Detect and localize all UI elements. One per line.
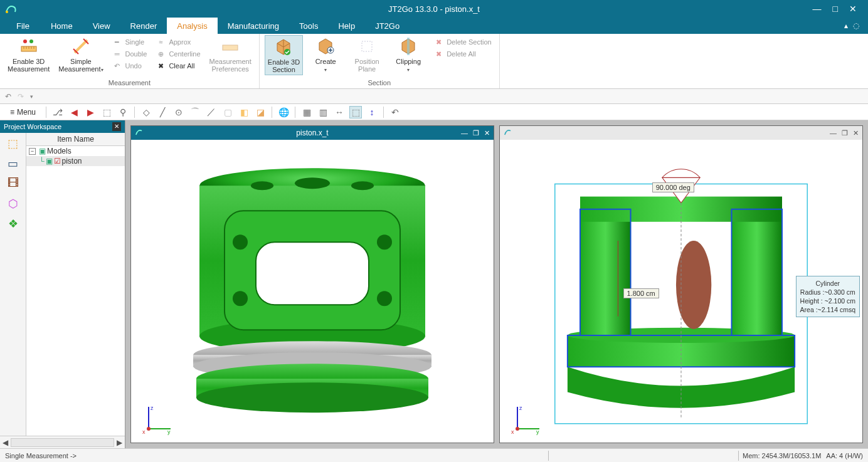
menu-home[interactable]: Home xyxy=(41,18,83,34)
svg-line-9 xyxy=(75,40,87,53)
delete-all-icon: ✖ xyxy=(433,49,443,59)
globe-icon[interactable]: 🌐 xyxy=(277,106,290,118)
film-tab-icon[interactable]: 🎞 xyxy=(4,177,22,192)
tree-row-models[interactable]: − ▣ Models xyxy=(26,146,125,156)
fit-v-icon[interactable]: ↕ xyxy=(366,106,378,118)
view-toolbar: ≡ Menu ⎇ ◀ ▶ ⬚ ⚲ ◇ ╱ ⊙ ⌒ ／ ▢ ◧ ◪ 🌐 ▦ ▥ ↔… xyxy=(0,104,868,120)
piston-model xyxy=(174,148,450,424)
project-workspace-panel: Project Workspace ✕ ⬚ ▭ 🎞 ⬡ ❖ Item Name … xyxy=(0,120,125,448)
toolbar-undo-icon[interactable]: ↶ xyxy=(389,106,401,118)
layers-tab-icon[interactable]: ❖ xyxy=(4,217,22,232)
circle-tool-icon[interactable]: ⊙ xyxy=(172,106,185,118)
svg-point-1 xyxy=(23,39,27,43)
fit-h-icon[interactable]: ↔ xyxy=(333,106,346,118)
tree-icon[interactable]: ⎇ xyxy=(51,106,64,118)
expand-icon[interactable]: − xyxy=(29,148,36,155)
delete-section-button: ✖Delete Section xyxy=(431,36,494,48)
box-outline-icon[interactable]: ▢ xyxy=(221,106,234,118)
simple-measurement-button[interactable]: Simple Measurement▾ xyxy=(56,35,105,75)
app-logo-icon xyxy=(4,1,19,16)
collapse-ribbon-icon[interactable]: ▴ xyxy=(844,21,848,30)
grid1-icon[interactable]: ▦ xyxy=(300,106,313,118)
zoom-window-icon[interactable]: ⬚ xyxy=(100,106,113,118)
box-solid-icon[interactable]: ◧ xyxy=(238,106,250,118)
svg-point-30 xyxy=(233,234,248,249)
centerline-icon: ⊕ xyxy=(156,49,166,59)
status-bar: Single Measurement -> Mem: 2454.3M/16053… xyxy=(0,448,868,462)
create-section-button[interactable]: Create▾ xyxy=(307,35,344,75)
arc-tool-icon[interactable]: ⌒ xyxy=(189,106,201,118)
single-button: ━Single xyxy=(110,36,150,48)
viewport-close-button[interactable]: ✕ xyxy=(853,129,859,137)
menu-analysis[interactable]: Analysis xyxy=(167,18,217,34)
double-button: ═Double xyxy=(110,48,150,60)
viewport-restore-button[interactable]: ❐ xyxy=(842,129,848,137)
maximize-button[interactable]: □ xyxy=(833,4,838,14)
menu-file[interactable]: File xyxy=(6,18,41,34)
menu-jt2go[interactable]: JT2Go xyxy=(365,18,410,34)
next-red-icon[interactable]: ▶ xyxy=(84,106,97,118)
caliper-icon xyxy=(71,36,91,56)
clear-all-button[interactable]: ✖Clear All xyxy=(153,60,203,71)
svg-text:z: z xyxy=(519,405,522,411)
scroll-track[interactable] xyxy=(11,438,114,447)
grid2-icon[interactable]: ▥ xyxy=(317,106,329,118)
db-tab-icon[interactable]: ⬡ xyxy=(4,197,22,212)
angle-dimension[interactable]: 90.000 deg xyxy=(652,182,694,192)
svg-point-35 xyxy=(295,177,330,189)
enable-3d-measurement-button[interactable]: Enable 3D Measurement xyxy=(5,35,52,74)
box-orange-icon[interactable]: ◪ xyxy=(254,106,267,118)
qat-dropdown-icon[interactable]: ▾ xyxy=(30,93,33,100)
scroll-right-icon[interactable]: ▶ xyxy=(117,438,122,447)
ribbon: Enable 3D Measurement Simple Measurement… xyxy=(0,34,868,89)
minimize-button[interactable]: — xyxy=(813,4,822,14)
edge-tool-icon[interactable]: ／ xyxy=(205,106,218,118)
svg-rect-45 xyxy=(580,209,631,335)
menu-view[interactable]: View xyxy=(83,18,120,34)
help-icon[interactable]: ◌ xyxy=(853,21,859,30)
line-tool-icon[interactable]: ╱ xyxy=(156,106,169,118)
close-button[interactable]: ✕ xyxy=(849,4,857,14)
clipping-button[interactable]: Clipping▾ xyxy=(389,35,427,75)
viewport-minimize-button[interactable]: — xyxy=(461,129,468,137)
svg-text:y: y xyxy=(167,429,171,435)
viewport-logo-icon xyxy=(135,128,145,139)
model-tree[interactable]: Item Name − ▣ Models └ ▣ ☑ piston xyxy=(26,133,125,436)
find-icon[interactable]: ⚲ xyxy=(117,106,129,118)
double-line-icon: ═ xyxy=(112,49,122,59)
diamond-icon[interactable]: ◇ xyxy=(140,106,152,118)
section-create-icon xyxy=(315,36,336,56)
clipping-icon xyxy=(398,36,418,56)
status-mem: Mem: 2454.3M/16053.1M xyxy=(743,452,821,459)
viewport-close-button[interactable]: ✕ xyxy=(484,129,490,137)
viewport-minimize-button[interactable]: — xyxy=(830,129,837,137)
ribbon-group-section: Enable 3D Section Create▾ Position Plane… xyxy=(260,34,500,88)
svg-rect-29 xyxy=(256,242,369,305)
svg-rect-17 xyxy=(362,41,372,51)
viewport-restore-button[interactable]: ❐ xyxy=(473,129,479,137)
qat-undo-icon[interactable]: ↶ xyxy=(5,92,11,101)
toolbar-menu-button[interactable]: ≡ Menu xyxy=(5,107,41,118)
menu-manufacturing[interactable]: Manufacturing xyxy=(218,18,289,34)
sidebar-close-button[interactable]: ✕ xyxy=(112,122,121,131)
menu-help[interactable]: Help xyxy=(328,18,365,34)
menu-tools[interactable]: Tools xyxy=(289,18,328,34)
svg-rect-46 xyxy=(732,209,783,335)
assembly-tab-icon[interactable]: ⬚ xyxy=(4,137,22,152)
enable-3d-section-button[interactable]: Enable 3D Section xyxy=(265,35,303,75)
tree-row-piston[interactable]: └ ▣ ☑ piston xyxy=(26,156,125,166)
mbd-tab-icon[interactable]: ▭ xyxy=(4,157,22,172)
scroll-left-icon[interactable]: ◀ xyxy=(3,438,8,447)
viewport-left-canvas[interactable]: z y x xyxy=(131,140,494,443)
part-icon: ▣ xyxy=(46,157,53,165)
delete-all-button: ✖Delete All xyxy=(431,48,494,60)
menu-render[interactable]: Render xyxy=(120,18,167,34)
approx-button: ≈Approx xyxy=(153,36,203,48)
svg-point-36 xyxy=(351,181,374,190)
qat-redo-icon[interactable]: ↷ xyxy=(18,92,24,101)
fit-window-icon[interactable]: ⬚ xyxy=(349,106,362,118)
viewport-right-canvas[interactable]: 90.000 deg 1.800 cm Cylinder Radius :~0.… xyxy=(500,140,862,443)
prev-red-icon[interactable]: ◀ xyxy=(68,106,80,118)
sidebar-scrollbar[interactable]: ◀ ▶ xyxy=(0,436,125,448)
radius-dimension[interactable]: 1.800 cm xyxy=(623,288,659,298)
